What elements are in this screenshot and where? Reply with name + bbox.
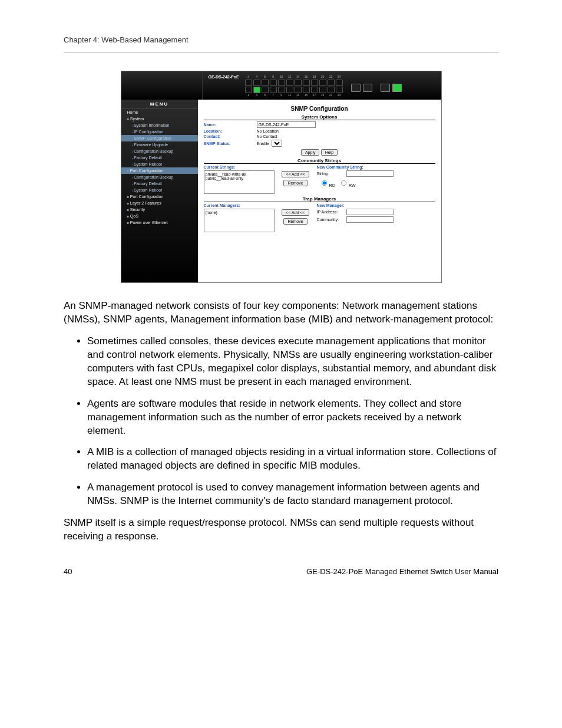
list-item-mib: A MIB is a collection of managed objects…	[87, 446, 498, 473]
rw-radio[interactable]	[341, 180, 346, 186]
port	[328, 80, 335, 86]
sfp-port	[381, 84, 390, 92]
port-row-top	[245, 80, 343, 86]
location-label: Location:	[204, 129, 257, 133]
port	[336, 80, 343, 86]
location-value: No Location	[257, 129, 279, 133]
header-blank	[126, 71, 203, 100]
snmp-paragraph: SNMP itself is a simple request/response…	[64, 516, 498, 543]
port	[278, 80, 285, 86]
snmp-status-select[interactable]	[272, 140, 282, 147]
menu-item-snmp-configuration[interactable]: SNMP Configuration	[121, 135, 198, 141]
port	[253, 87, 260, 93]
port	[295, 87, 302, 93]
divider	[64, 52, 498, 53]
port	[270, 87, 277, 93]
sfp-port	[351, 84, 361, 92]
menu-item-qos[interactable]: QoS	[121, 213, 198, 219]
port	[328, 87, 335, 93]
current-managers-label: Current Managers:	[204, 203, 275, 207]
menu-item-port-configuration[interactable]: Port Configuration	[121, 193, 198, 200]
community-add-button[interactable]: << Add <<	[282, 171, 309, 177]
menu-item-system[interactable]: System	[121, 116, 198, 122]
intro-paragraph: An SNMP-managed network consists of four…	[64, 299, 498, 327]
new-community-label: New Community String:	[317, 165, 435, 169]
menu-item-security[interactable]: Security	[121, 206, 198, 213]
name-input[interactable]	[257, 121, 316, 128]
menu-item-factory-default[interactable]: Factory Default	[121, 154, 198, 161]
sfp-block	[351, 84, 402, 92]
community-heading: Community Strings	[204, 158, 435, 164]
ro-label: RO	[329, 183, 336, 187]
menu-item-system-reboot[interactable]: System Reboot	[121, 161, 198, 167]
port	[311, 80, 318, 86]
current-strings-label: Current Strings:	[204, 165, 275, 169]
port	[303, 80, 310, 86]
current-managers-list[interactable]: (none)	[204, 209, 275, 232]
page-title: SNMP Configuration	[204, 106, 435, 112]
snmp-status-label: SNMP Status:	[204, 141, 257, 146]
menu-panel: MENU HomeSystemSystem InformationIP Conf…	[121, 100, 198, 282]
port	[319, 80, 326, 86]
list-item-protocol: A management protocol is used to convey …	[87, 481, 498, 508]
snmp-config-screenshot: GE-DS-242-PoE 24681012141618202224 13579…	[121, 71, 442, 283]
string-label: String:	[317, 172, 346, 176]
port-block: 24681012141618202224 1357911131517192123	[245, 75, 343, 97]
list-item-nms: Sometimes called consoles, these devices…	[87, 335, 498, 389]
menu-item-firmware-upgrade[interactable]: Firmware Upgrade	[121, 141, 198, 148]
port	[245, 80, 252, 86]
ro-radio[interactable]	[321, 180, 326, 186]
string-input[interactable]	[346, 170, 394, 177]
trap-remove-button[interactable]: Remove	[283, 218, 307, 225]
menu-title: MENU	[121, 100, 198, 109]
port	[270, 80, 277, 86]
port-graphic	[245, 80, 343, 93]
community-remove-button[interactable]: Remove	[283, 180, 307, 186]
sfp-port	[363, 84, 372, 92]
sfp-port-active	[392, 84, 402, 92]
new-manager-label: New Manager:	[317, 203, 435, 207]
device-header: GE-DS-242-PoE 24681012141618202224 13579…	[121, 71, 441, 100]
menu-item-system-reboot[interactable]: System Reboot	[121, 187, 198, 193]
port	[245, 87, 252, 93]
port	[286, 80, 293, 86]
list-item-agents: Agents are software modules that reside …	[87, 397, 498, 438]
system-options-heading: System Options	[204, 114, 435, 120]
port	[286, 87, 293, 93]
help-button[interactable]: Help	[321, 149, 338, 156]
trap-add-button[interactable]: << Add <<	[282, 209, 309, 216]
device-name-label: GE-DS-242-PoE	[209, 71, 239, 79]
menu-item-configuration-backup[interactable]: Configuration Backup	[121, 148, 198, 154]
port	[311, 87, 318, 93]
port	[278, 87, 285, 93]
community-label: Community:	[317, 218, 346, 222]
menu-item-ip-configuration[interactable]: IP Configuration	[121, 129, 198, 135]
port	[295, 80, 302, 86]
menu-item-configuration-backup[interactable]: Configuration Backup	[121, 174, 198, 180]
manual-title: GE-DS-242-PoE Managed Ethernet Switch Us…	[306, 567, 498, 576]
port	[262, 80, 269, 86]
content-panel: SNMP Configuration System Options Name: …	[198, 100, 441, 282]
port	[253, 80, 260, 86]
port-row-bottom	[245, 87, 343, 93]
port	[262, 87, 269, 93]
menu-item-system-information[interactable]: System Information	[121, 122, 198, 129]
menu-item-home[interactable]: Home	[121, 109, 198, 116]
rw-label: RW	[349, 183, 356, 187]
menu-item-port-configuration[interactable]: Port Configuration	[121, 167, 198, 174]
current-strings-list[interactable]: private__read-write-all public__read-all…	[204, 170, 275, 194]
community-input[interactable]	[346, 216, 394, 223]
port	[336, 87, 343, 93]
trap-heading: Trap Managers	[204, 196, 435, 202]
ip-input[interactable]	[346, 209, 394, 215]
menu-item-layer-2-features[interactable]: Layer 2 Features	[121, 200, 198, 206]
ip-label: IP Address:	[317, 210, 346, 214]
port-bottom-numbers: 1357911131517192123	[245, 93, 343, 97]
chapter-header: Chapter 4: Web-Based Management	[64, 35, 498, 44]
port	[303, 87, 310, 93]
contact-label: Contact:	[204, 134, 257, 139]
menu-item-power-over-ethernet[interactable]: Power over Ethernet	[121, 219, 198, 226]
apply-button[interactable]: Apply	[301, 149, 320, 156]
name-label: Name:	[204, 123, 257, 127]
menu-item-factory-default[interactable]: Factory Default	[121, 180, 198, 187]
